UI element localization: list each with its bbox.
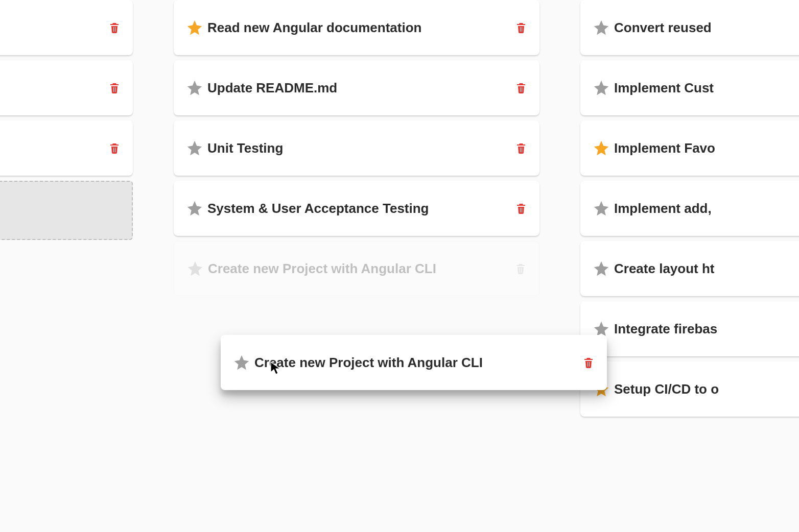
star-icon[interactable] <box>186 139 203 157</box>
task-title: e new list) <box>0 140 104 156</box>
task-title: Create new Project with Angular CLI <box>208 261 510 277</box>
task-title: Update README.md <box>207 80 511 96</box>
task-title: Implement Cust <box>614 80 799 96</box>
trash-icon[interactable] <box>108 81 121 95</box>
trash-icon[interactable] <box>515 81 527 95</box>
task-card[interactable] <box>0 60 133 115</box>
star-icon[interactable] <box>593 19 610 36</box>
task-card[interactable]: Implement Favo <box>580 120 799 176</box>
task-card[interactable]: Read new Angular documentation <box>174 0 539 55</box>
trash-icon[interactable] <box>515 20 527 35</box>
star-icon[interactable] <box>186 79 203 96</box>
task-card[interactable]: Implement add, <box>580 181 799 236</box>
star-icon[interactable] <box>593 139 610 157</box>
column-left: lete e new list) <box>0 0 142 427</box>
trash-icon[interactable] <box>582 355 595 370</box>
drop-zone[interactable] <box>0 181 133 240</box>
task-title: Create layout ht <box>614 261 799 277</box>
task-card[interactable]: e new list) <box>0 120 133 176</box>
task-title: Read new Angular documentation <box>207 20 511 36</box>
task-card[interactable]: System & User Acceptance Testing <box>174 181 539 236</box>
task-card[interactable]: Convert reused <box>580 0 799 55</box>
star-icon[interactable] <box>593 260 610 277</box>
task-card[interactable]: Integrate firebas <box>580 301 799 356</box>
task-card[interactable]: lete <box>0 0 133 55</box>
task-title: lete <box>0 20 104 36</box>
task-title: Setup CI/CD to o <box>614 381 799 397</box>
star-icon[interactable] <box>186 200 203 217</box>
task-card-ghost: Create new Project with Angular CLI <box>174 241 539 296</box>
task-card[interactable]: Update README.md <box>174 60 539 115</box>
trash-icon[interactable] <box>515 141 527 155</box>
trash-icon[interactable] <box>515 201 527 215</box>
task-title: Implement Favo <box>614 140 799 156</box>
cursor-icon <box>270 361 282 377</box>
star-icon <box>186 260 204 277</box>
trash-icon <box>514 261 527 276</box>
task-title: Convert reused <box>614 20 799 36</box>
task-title: System & User Acceptance Testing <box>207 201 511 216</box>
task-card[interactable]: Implement Cust <box>580 60 799 115</box>
task-card[interactable]: Create layout ht <box>580 241 799 296</box>
task-title: Implement add, <box>614 201 799 216</box>
trash-icon[interactable] <box>108 141 121 155</box>
task-card[interactable]: Unit Testing <box>174 120 539 176</box>
star-icon[interactable] <box>593 79 610 96</box>
star-icon[interactable] <box>593 200 610 217</box>
task-title: Integrate firebas <box>614 321 799 337</box>
star-icon[interactable] <box>233 354 250 371</box>
task-title: Unit Testing <box>207 140 511 156</box>
task-card[interactable]: Setup CI/CD to o <box>580 361 799 417</box>
star-icon[interactable] <box>186 19 203 36</box>
task-title: Create new Project with Angular CLI <box>254 355 578 371</box>
trash-icon[interactable] <box>108 20 121 35</box>
